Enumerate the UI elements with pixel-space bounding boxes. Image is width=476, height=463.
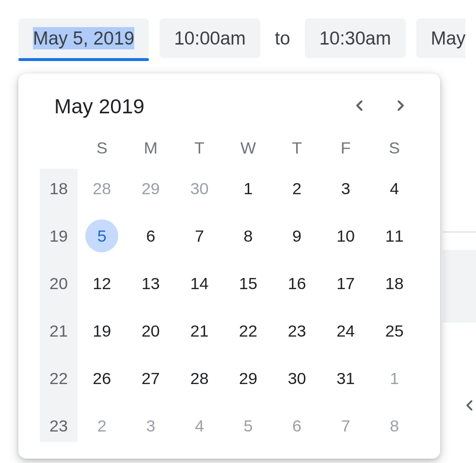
start-time-chip[interactable]: 10:00am xyxy=(159,18,260,58)
week-number: 20 xyxy=(40,274,78,293)
calendar-header: May 2019 xyxy=(40,93,419,120)
calendar-day[interactable]: 29 xyxy=(232,362,265,395)
calendar-day[interactable]: 30 xyxy=(183,172,216,205)
calendar-day[interactable]: 6 xyxy=(134,219,167,252)
calendar-day[interactable]: 23 xyxy=(281,314,314,347)
end-date-text: May xyxy=(431,28,466,48)
calendar-day[interactable]: 5 xyxy=(232,409,265,442)
week-number: 18 xyxy=(40,179,78,198)
dow-sat: S xyxy=(389,139,400,157)
week-number-column-bg xyxy=(40,169,78,442)
calendar-day[interactable]: 20 xyxy=(134,314,167,347)
calendar-day[interactable]: 18 xyxy=(378,267,411,300)
week-number: 22 xyxy=(40,369,78,388)
calendar-day[interactable]: 27 xyxy=(134,362,167,395)
calendar-day[interactable]: 29 xyxy=(134,172,167,205)
dow-sun: S xyxy=(96,139,108,157)
date-time-picker-row: May 5, 2019 10:00am to 10:30am May xyxy=(18,18,465,58)
calendar-day[interactable]: 3 xyxy=(329,172,362,205)
calendar-day[interactable]: 8 xyxy=(232,219,265,252)
dow-mon: M xyxy=(144,139,158,157)
calendar-day[interactable]: 7 xyxy=(183,219,216,252)
calendar-day[interactable]: 14 xyxy=(183,267,216,300)
calendar-day[interactable]: 9 xyxy=(281,219,314,252)
end-time-text: 10:30am xyxy=(319,28,391,48)
week-number: 19 xyxy=(40,227,78,246)
prev-month-button[interactable] xyxy=(346,93,373,120)
calendar-day[interactable]: 25 xyxy=(378,314,411,347)
calendar-day[interactable]: 12 xyxy=(85,267,118,300)
start-date-text: May 5, 2019 xyxy=(33,27,134,49)
end-time-chip[interactable]: 10:30am xyxy=(305,18,406,58)
background-panel xyxy=(443,250,476,323)
calendar-day[interactable]: 5 xyxy=(85,219,118,252)
calendar-day[interactable]: 8 xyxy=(378,409,411,442)
next-month-button[interactable] xyxy=(387,93,414,120)
calendar-day[interactable]: 24 xyxy=(329,314,362,347)
calendar-day[interactable]: 1 xyxy=(232,172,265,205)
calendar-grid: S M T W T F S 18282930123419567891011201… xyxy=(40,139,419,442)
calendar-day[interactable]: 2 xyxy=(85,409,118,442)
calendar-day[interactable]: 17 xyxy=(329,267,362,300)
background-divider xyxy=(443,232,476,232)
dow-fri: F xyxy=(341,139,351,157)
calendar-day[interactable]: 4 xyxy=(183,409,216,442)
calendar-day[interactable]: 31 xyxy=(329,362,362,395)
week-number: 21 xyxy=(40,322,78,340)
calendar-day[interactable]: 3 xyxy=(134,409,167,442)
calendar-day[interactable]: 19 xyxy=(85,314,118,347)
calendar-day[interactable]: 1 xyxy=(378,362,411,395)
calendar-day[interactable]: 21 xyxy=(183,314,216,347)
end-date-chip[interactable]: May xyxy=(416,18,466,58)
dow-wed: W xyxy=(240,139,256,157)
calendar-day[interactable]: 30 xyxy=(281,362,314,395)
chevron-left-icon xyxy=(352,98,367,115)
week-number: 23 xyxy=(40,417,78,435)
calendar-day[interactable]: 11 xyxy=(378,219,411,252)
calendar-day[interactable]: 13 xyxy=(134,267,167,300)
to-label: to xyxy=(271,28,294,49)
calendar-nav xyxy=(346,93,419,120)
calendar-day[interactable]: 6 xyxy=(281,409,314,442)
calendar-day[interactable]: 28 xyxy=(85,172,118,205)
calendar-day[interactable]: 28 xyxy=(183,362,216,395)
calendar-day[interactable]: 22 xyxy=(232,314,265,347)
calendar-day[interactable]: 2 xyxy=(281,172,314,205)
calendar-day[interactable]: 16 xyxy=(281,267,314,300)
date-picker-popover: May 2019 S M T W T F S 18282930123419567… xyxy=(18,74,440,459)
calendar-day[interactable]: 15 xyxy=(232,267,265,300)
start-time-text: 10:00am xyxy=(174,28,246,48)
chevron-left-icon xyxy=(462,406,476,414)
calendar-day[interactable]: 4 xyxy=(378,172,411,205)
start-date-chip[interactable]: May 5, 2019 xyxy=(18,18,149,58)
background-chevron xyxy=(462,398,476,415)
calendar-month-title: May 2019 xyxy=(40,95,144,118)
chevron-right-icon xyxy=(393,98,408,115)
dow-thu: T xyxy=(292,139,302,157)
dow-tue: T xyxy=(194,139,205,157)
calendar-day[interactable]: 10 xyxy=(329,219,362,252)
calendar-day[interactable]: 26 xyxy=(85,362,118,395)
calendar-day[interactable]: 7 xyxy=(329,409,362,442)
